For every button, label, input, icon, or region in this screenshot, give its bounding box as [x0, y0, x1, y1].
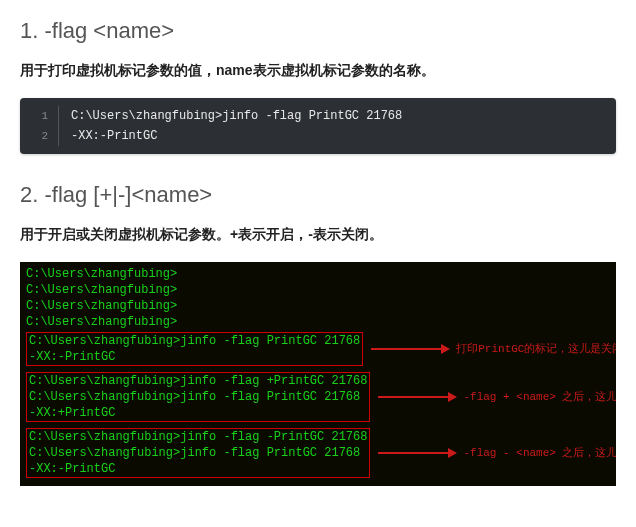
section2-heading: 2. -flag [+|-]<name> — [20, 182, 616, 208]
terminal-row: C:\Users\zhangfubing>jinfo -flag PrintGC… — [26, 330, 610, 368]
code-line: 1 C:\Users\zhangfubing>jinfo -flag Print… — [20, 106, 616, 126]
line-number: 2 — [20, 126, 59, 146]
terminal-line: -XX:-PrintGC — [29, 461, 367, 477]
terminal-line: -XX:-PrintGC — [29, 349, 360, 365]
terminal-row: C:\Users\zhangfubing>jinfo -flag +PrintG… — [26, 370, 610, 424]
terminal-line: C:\Users\zhangfubing> — [26, 298, 610, 314]
terminal-line: C:\Users\zhangfubing>jinfo -flag PrintGC… — [29, 333, 360, 349]
terminal-line: C:\Users\zhangfubing>jinfo -flag +PrintG… — [29, 373, 367, 389]
terminal-line: C:\Users\zhangfubing>jinfo -flag PrintGC… — [29, 389, 367, 405]
terminal-line: -XX:+PrintGC — [29, 405, 367, 421]
terminal-line: C:\Users\zhangfubing> — [26, 266, 610, 282]
annotation-text: -flag - <name> 之后，这儿再次变成关闭状态了 — [463, 445, 616, 461]
highlighted-box: C:\Users\zhangfubing>jinfo -flag +PrintG… — [26, 372, 370, 422]
arrow-icon — [378, 392, 457, 402]
terminal-line: C:\Users\zhangfubing> — [26, 282, 610, 298]
annotation-text: 打印PrintGC的标记，这儿是关闭状态 — [456, 341, 616, 357]
section1-heading: 1. -flag <name> — [20, 18, 616, 44]
arrow-icon — [371, 344, 450, 354]
terminal-line: C:\Users\zhangfubing>jinfo -flag PrintGC… — [29, 445, 367, 461]
highlighted-box: C:\Users\zhangfubing>jinfo -flag -PrintG… — [26, 428, 370, 478]
line-number: 1 — [20, 106, 59, 126]
highlighted-box: C:\Users\zhangfubing>jinfo -flag PrintGC… — [26, 332, 363, 366]
terminal-screenshot: C:\Users\zhangfubing> C:\Users\zhangfubi… — [20, 262, 616, 486]
section1-desc: 用于打印虚拟机标记参数的值，name表示虚拟机标记参数的名称。 — [20, 62, 616, 80]
section2-desc: 用于开启或关闭虚拟机标记参数。+表示开启，-表示关闭。 — [20, 226, 616, 244]
terminal-line: C:\Users\zhangfubing>jinfo -flag -PrintG… — [29, 429, 367, 445]
annotation-text: -flag + <name> 之后，这儿就变成开启状态了 — [463, 389, 616, 405]
arrow-icon — [378, 448, 457, 458]
code-text: C:\Users\zhangfubing>jinfo -flag PrintGC… — [59, 106, 402, 126]
terminal-line: C:\Users\zhangfubing> — [26, 314, 610, 330]
section1-code-block: 1 C:\Users\zhangfubing>jinfo -flag Print… — [20, 98, 616, 154]
terminal-row: C:\Users\zhangfubing>jinfo -flag -PrintG… — [26, 426, 610, 480]
code-text: -XX:-PrintGC — [59, 126, 157, 146]
code-line: 2 -XX:-PrintGC — [20, 126, 616, 146]
